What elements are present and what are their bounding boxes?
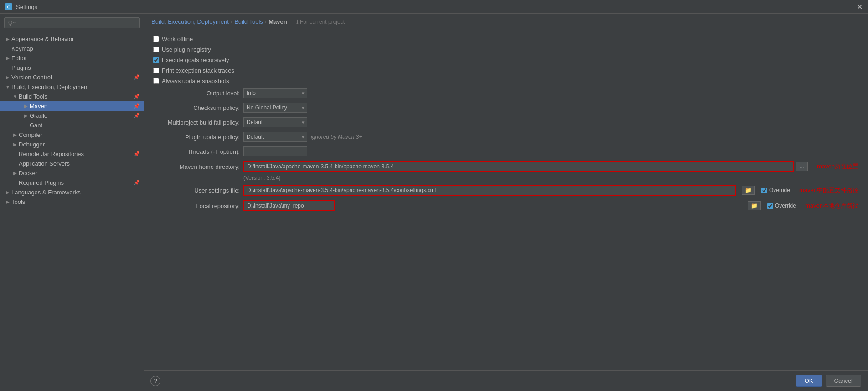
sidebar-item-keymap[interactable]: Keymap [0,44,144,53]
checksum-policy-label: Checksum policy: [153,104,240,111]
pin-icon: 📌 [134,74,140,80]
use-plugin-registry-checkbox[interactable] [153,47,159,52]
print-exception-label: Print exception stack traces [162,67,234,74]
execute-goals-checkbox[interactable] [153,57,159,63]
sidebar-item-label: Gant [30,122,140,129]
sidebar-item-editor[interactable]: ▶ Editor [0,53,144,63]
expand-icon: ▼ [11,94,19,99]
output-level-select-wrapper: Info Debug Warning Error [243,88,307,98]
sidebar-item-label: Appearance & Behavior [11,36,140,42]
expand-icon: ▶ [11,171,19,176]
expand-icon: ▶ [4,190,11,195]
ok-button[interactable]: OK [796,375,822,387]
sidebar-item-version-control[interactable]: ▶ Version Control 📌 [0,73,144,82]
threads-label: Threads (-T option): [153,148,240,155]
use-plugin-registry-label: Use plugin registry [162,46,211,53]
user-settings-input[interactable] [243,185,736,196]
sidebar-item-app-servers[interactable]: Application Servers [0,159,144,168]
expand-icon: ▶ [11,142,19,147]
print-exception-checkbox[interactable] [153,68,159,73]
breadcrumb-sep1: › [231,18,232,25]
breadcrumb-maven: Maven [269,18,287,25]
expand-icon: ▶ [4,199,11,204]
pin-icon: 📌 [134,103,140,109]
bottom-right: OK Cancel [796,375,861,387]
sidebar-item-tools[interactable]: ▶ Tools [0,197,144,207]
print-exception-row: Print exception stack traces [153,67,858,74]
user-settings-annotation: maven中配置文件路径 [799,186,858,194]
breadcrumb-sep2: › [265,18,267,25]
always-update-row: Always update snapshots [153,78,858,84]
multiproject-row: Multiproject build fail policy: Default … [153,117,858,127]
pin-icon: 📌 [134,180,140,186]
user-settings-override: Override [761,187,790,193]
sidebar-item-build-tools[interactable]: ▼ Build Tools 📌 [0,92,144,101]
info-icon: ℹ [296,19,299,25]
sidebar-item-label: Debugger [19,141,140,148]
maven-home-browse-button[interactable]: ... [796,162,808,171]
expand-icon: ▶ [4,75,11,80]
app-icon: ⚙ [5,3,12,10]
sidebar-item-label: Editor [11,55,140,62]
maven-version-note: (Version: 3.5.4) [243,175,858,181]
sidebar-item-debugger[interactable]: ▶ Debugger [0,140,144,149]
sidebar-item-compiler[interactable]: ▶ Compiler [0,130,144,140]
cancel-button[interactable]: Cancel [826,375,861,387]
sidebar-item-languages[interactable]: ▶ Languages & Frameworks [0,188,144,197]
breadcrumb-buildtools[interactable]: Build Tools [234,18,263,25]
plugin-update-row: Plugin update policy: Default Force Upda… [153,132,858,142]
breadcrumb-build[interactable]: Build, Execution, Deployment [151,18,229,25]
local-repo-browse-button[interactable]: 📁 [748,201,761,210]
maven-home-input[interactable] [243,161,794,172]
settings-body: Work offline Use plugin registry Execute… [144,29,868,370]
checksum-policy-select[interactable]: No Global Policy Warn Fail [243,103,307,113]
sidebar-item-label: Docker [19,170,140,177]
threads-input[interactable] [243,146,307,156]
local-repo-override-checkbox[interactable] [767,203,773,209]
title-bar: ⚙ Settings ✕ [0,0,868,14]
maven-home-row: Maven home directory: ... maven所在位置 [153,161,858,172]
expand-icon: ▶ [4,56,11,61]
sidebar-item-label: Compiler [19,131,140,138]
sidebar-item-gant[interactable]: Gant [0,120,144,130]
sidebar-item-label: Build Tools [19,93,132,100]
sidebar-item-maven[interactable]: ▶ Maven 📌 [0,101,144,111]
user-settings-override-checkbox[interactable] [761,188,767,193]
output-level-select[interactable]: Info Debug Warning Error [243,88,307,98]
sidebar-item-docker[interactable]: ▶ Docker [0,168,144,178]
user-settings-row: User settings file: 📁 Override maven中配置文… [153,185,858,196]
sidebar: ▶ Appearance & Behavior Keymap ▶ Editor … [0,14,144,391]
local-repo-override: Override [767,203,796,209]
always-update-label: Always update snapshots [162,78,229,84]
use-plugin-registry-row: Use plugin registry [153,46,858,53]
sidebar-item-plugins[interactable]: Plugins [0,63,144,73]
multiproject-select-wrapper: Default Fail at End Fail Never [243,117,307,127]
sidebar-item-remote-jar[interactable]: Remote Jar Repositories 📌 [0,149,144,159]
local-repo-input[interactable] [243,200,335,211]
execute-goals-label: Execute goals recursively [162,57,229,63]
work-offline-label: Work offline [162,36,193,42]
local-repo-row: Local repository: 📁 Override maven本地仓库路径 [153,200,858,211]
breadcrumb: Build, Execution, Deployment › Build Too… [144,14,868,29]
pin-icon: 📌 [134,151,140,157]
ignored-note: ignored by Maven 3+ [311,134,362,140]
search-input[interactable] [4,17,140,28]
sidebar-item-gradle[interactable]: ▶ Gradle 📌 [0,111,144,120]
bottom-bar: ? OK Cancel [144,370,868,391]
always-update-checkbox[interactable] [153,78,159,84]
window-title: Settings [16,4,37,10]
maven-home-field-wrapper: ... [243,161,808,172]
sidebar-item-build-exec-deploy[interactable]: ▼ Build, Execution, Deployment [0,82,144,92]
close-button[interactable]: ✕ [857,4,863,10]
multiproject-select[interactable]: Default Fail at End Fail Never [243,117,307,127]
work-offline-checkbox[interactable] [153,36,159,42]
sidebar-item-appearance[interactable]: ▶ Appearance & Behavior [0,34,144,44]
sidebar-item-required-plugins[interactable]: Required Plugins 📌 [0,178,144,188]
user-settings-browse-button[interactable]: 📁 [742,186,755,195]
pin-icon: 📌 [134,94,140,99]
plugin-update-select[interactable]: Default Force Update Never [243,132,307,142]
help-button[interactable]: ? [150,376,160,386]
expand-icon: ▶ [22,113,30,118]
local-repo-annotation: maven本地仓库路径 [805,202,858,210]
sidebar-item-label: Languages & Frameworks [11,189,140,196]
